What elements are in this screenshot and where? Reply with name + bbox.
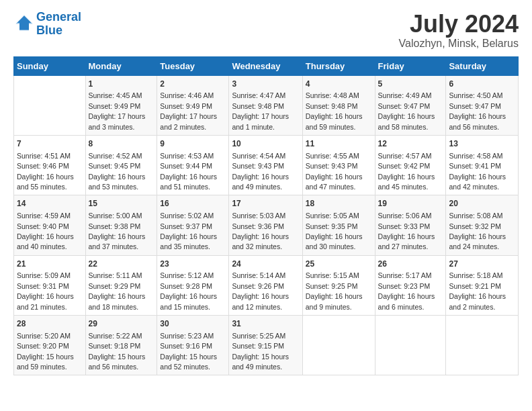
day-cell: 17Sunrise: 5:03 AM Sunset: 9:36 PM Dayli… (229, 195, 302, 255)
day-info: Sunrise: 5:17 AM Sunset: 9:23 PM Dayligh… (378, 271, 435, 310)
week-row-4: 28Sunrise: 5:20 AM Sunset: 9:20 PM Dayli… (14, 316, 519, 375)
day-cell: 4Sunrise: 4:48 AM Sunset: 9:48 PM Daylig… (302, 75, 375, 135)
logo-text: General Blue (36, 11, 81, 38)
day-info: Sunrise: 4:50 AM Sunset: 9:47 PM Dayligh… (449, 91, 506, 130)
day-cell: 20Sunrise: 5:08 AM Sunset: 9:32 PM Dayli… (446, 195, 519, 255)
day-info: Sunrise: 4:47 AM Sunset: 9:48 PM Dayligh… (232, 91, 289, 130)
day-number: 20 (449, 198, 515, 210)
day-number: 29 (89, 318, 154, 330)
day-number: 7 (17, 138, 83, 150)
col-header-tuesday: Tuesday (157, 56, 229, 75)
day-number: 27 (449, 259, 515, 270)
col-header-monday: Monday (85, 56, 157, 75)
day-cell (14, 75, 86, 135)
header: General Blue July 2024 Valozhyn, Minsk, … (13, 11, 519, 50)
day-cell: 31Sunrise: 5:25 AM Sunset: 9:15 PM Dayli… (229, 316, 302, 375)
day-cell: 26Sunrise: 5:17 AM Sunset: 9:23 PM Dayli… (375, 255, 446, 315)
day-info: Sunrise: 5:12 AM Sunset: 9:28 PM Dayligh… (160, 271, 217, 310)
week-row-3: 21Sunrise: 5:09 AM Sunset: 9:31 PM Dayli… (14, 255, 519, 315)
day-info: Sunrise: 5:02 AM Sunset: 9:37 PM Dayligh… (160, 212, 217, 250)
week-row-2: 14Sunrise: 4:59 AM Sunset: 9:40 PM Dayli… (14, 195, 519, 255)
day-number: 17 (232, 198, 299, 210)
day-number: 30 (160, 318, 226, 330)
main-title: July 2024 (399, 11, 519, 38)
day-info: Sunrise: 5:20 AM Sunset: 9:20 PM Dayligh… (17, 332, 74, 371)
title-block: July 2024 Valozhyn, Minsk, Belarus (399, 11, 519, 50)
day-info: Sunrise: 4:45 AM Sunset: 9:49 PM Dayligh… (89, 91, 146, 130)
calendar-table: SundayMondayTuesdayWednesdayThursdayFrid… (13, 56, 519, 376)
day-cell: 14Sunrise: 4:59 AM Sunset: 9:40 PM Dayli… (14, 195, 86, 255)
day-number: 10 (232, 138, 299, 150)
day-info: Sunrise: 5:25 AM Sunset: 9:15 PM Dayligh… (232, 332, 289, 371)
day-cell: 15Sunrise: 5:00 AM Sunset: 9:38 PM Dayli… (85, 195, 157, 255)
day-cell: 24Sunrise: 5:14 AM Sunset: 9:26 PM Dayli… (229, 255, 302, 315)
day-info: Sunrise: 5:11 AM Sunset: 9:29 PM Dayligh… (89, 271, 146, 310)
day-number: 15 (89, 198, 154, 210)
day-info: Sunrise: 4:58 AM Sunset: 9:41 PM Dayligh… (449, 152, 506, 191)
day-number: 14 (17, 198, 83, 210)
day-info: Sunrise: 5:00 AM Sunset: 9:38 PM Dayligh… (89, 212, 146, 250)
day-cell: 1Sunrise: 4:45 AM Sunset: 9:49 PM Daylig… (85, 75, 157, 135)
col-header-wednesday: Wednesday (229, 56, 302, 75)
day-info: Sunrise: 5:05 AM Sunset: 9:35 PM Dayligh… (306, 212, 363, 250)
day-number: 24 (232, 259, 299, 270)
col-header-thursday: Thursday (302, 56, 375, 75)
day-info: Sunrise: 5:09 AM Sunset: 9:31 PM Dayligh… (17, 271, 74, 310)
day-cell: 22Sunrise: 5:11 AM Sunset: 9:29 PM Dayli… (85, 255, 157, 315)
col-header-sunday: Sunday (14, 56, 86, 75)
day-cell: 3Sunrise: 4:47 AM Sunset: 9:48 PM Daylig… (229, 75, 302, 135)
day-cell: 18Sunrise: 5:05 AM Sunset: 9:35 PM Dayli… (302, 195, 375, 255)
day-cell: 8Sunrise: 4:52 AM Sunset: 9:45 PM Daylig… (85, 135, 157, 195)
day-number: 18 (306, 198, 372, 210)
day-number: 12 (378, 138, 443, 150)
day-cell: 5Sunrise: 4:49 AM Sunset: 9:47 PM Daylig… (375, 75, 446, 135)
day-cell: 19Sunrise: 5:06 AM Sunset: 9:33 PM Dayli… (375, 195, 446, 255)
day-number: 16 (160, 198, 226, 210)
day-number: 26 (378, 259, 443, 270)
day-cell (375, 316, 446, 375)
day-cell (446, 316, 519, 375)
day-cell: 28Sunrise: 5:20 AM Sunset: 9:20 PM Dayli… (14, 316, 86, 375)
week-row-0: 1Sunrise: 4:45 AM Sunset: 9:49 PM Daylig… (14, 75, 519, 135)
day-info: Sunrise: 4:52 AM Sunset: 9:45 PM Dayligh… (89, 152, 146, 191)
day-number: 3 (232, 79, 299, 90)
day-number: 1 (89, 79, 154, 90)
day-number: 19 (378, 198, 443, 210)
day-cell: 25Sunrise: 5:15 AM Sunset: 9:25 PM Dayli… (302, 255, 375, 315)
day-cell (302, 316, 375, 375)
day-info: Sunrise: 5:03 AM Sunset: 9:36 PM Dayligh… (232, 212, 289, 250)
day-cell: 29Sunrise: 5:22 AM Sunset: 9:18 PM Dayli… (85, 316, 157, 375)
day-info: Sunrise: 5:08 AM Sunset: 9:32 PM Dayligh… (449, 212, 506, 250)
day-number: 31 (232, 318, 299, 330)
day-cell: 6Sunrise: 4:50 AM Sunset: 9:47 PM Daylig… (446, 75, 519, 135)
subtitle: Valozhyn, Minsk, Belarus (399, 38, 519, 50)
day-number: 9 (160, 138, 226, 150)
day-info: Sunrise: 5:18 AM Sunset: 9:21 PM Dayligh… (449, 271, 506, 310)
day-number: 6 (449, 79, 515, 90)
logo-icon (15, 13, 34, 32)
day-info: Sunrise: 5:06 AM Sunset: 9:33 PM Dayligh… (378, 212, 435, 250)
day-cell: 9Sunrise: 4:53 AM Sunset: 9:44 PM Daylig… (157, 135, 229, 195)
day-cell: 10Sunrise: 4:54 AM Sunset: 9:43 PM Dayli… (229, 135, 302, 195)
day-number: 4 (306, 79, 372, 90)
day-info: Sunrise: 4:57 AM Sunset: 9:42 PM Dayligh… (378, 152, 435, 191)
day-info: Sunrise: 4:49 AM Sunset: 9:47 PM Dayligh… (378, 91, 435, 130)
day-cell: 13Sunrise: 4:58 AM Sunset: 9:41 PM Dayli… (446, 135, 519, 195)
day-cell: 27Sunrise: 5:18 AM Sunset: 9:21 PM Dayli… (446, 255, 519, 315)
day-cell: 23Sunrise: 5:12 AM Sunset: 9:28 PM Dayli… (157, 255, 229, 315)
day-number: 2 (160, 79, 226, 90)
day-cell: 16Sunrise: 5:02 AM Sunset: 9:37 PM Dayli… (157, 195, 229, 255)
day-number: 23 (160, 259, 226, 270)
day-cell: 7Sunrise: 4:51 AM Sunset: 9:46 PM Daylig… (14, 135, 86, 195)
day-info: Sunrise: 4:48 AM Sunset: 9:48 PM Dayligh… (306, 91, 363, 130)
day-cell: 30Sunrise: 5:23 AM Sunset: 9:16 PM Dayli… (157, 316, 229, 375)
day-cell: 21Sunrise: 5:09 AM Sunset: 9:31 PM Dayli… (14, 255, 86, 315)
day-info: Sunrise: 4:46 AM Sunset: 9:49 PM Dayligh… (160, 91, 217, 130)
col-header-saturday: Saturday (446, 56, 519, 75)
day-number: 13 (449, 138, 515, 150)
week-row-1: 7Sunrise: 4:51 AM Sunset: 9:46 PM Daylig… (14, 135, 519, 195)
day-cell: 12Sunrise: 4:57 AM Sunset: 9:42 PM Dayli… (375, 135, 446, 195)
day-number: 11 (306, 138, 372, 150)
day-number: 22 (89, 259, 154, 270)
day-number: 8 (89, 138, 154, 150)
